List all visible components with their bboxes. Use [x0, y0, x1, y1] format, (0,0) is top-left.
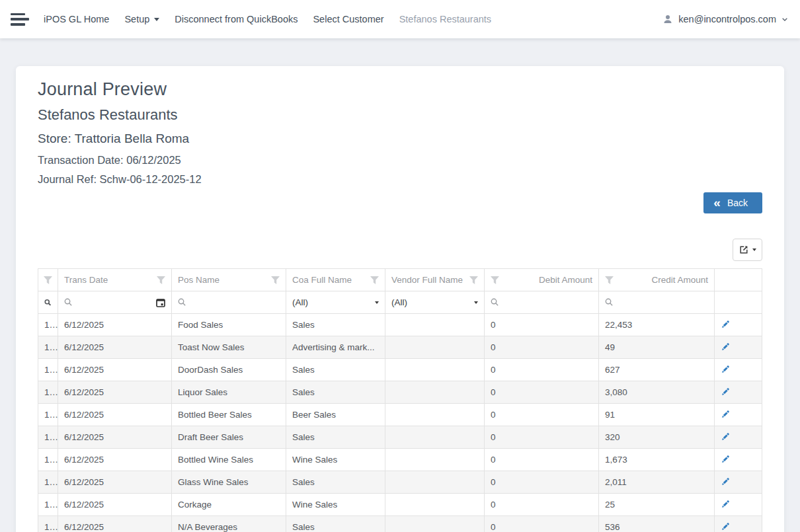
filter-trans-date-input[interactable] — [58, 291, 172, 314]
filter-credit-input[interactable] — [599, 291, 715, 314]
search-icon — [605, 298, 614, 307]
cell-credit: 3,080 — [599, 381, 715, 404]
cell-credit: 627 — [599, 359, 715, 381]
cell-vendor — [385, 359, 485, 381]
cell-credit: 2,011 — [599, 471, 715, 494]
filter-funnel-icon[interactable] — [370, 276, 379, 284]
nav-item-disconnect-quickbooks[interactable]: Disconnect from QuickBooks — [175, 14, 298, 24]
cell-trans-date: 6/12/2025 — [58, 449, 172, 471]
back-button[interactable]: « Back — [703, 192, 762, 213]
pencil-icon — [721, 387, 731, 397]
cell-pos-name: Liquor Sales — [172, 381, 286, 404]
cell-credit: 320 — [599, 426, 715, 449]
column-header-pos-name[interactable]: Pos Name — [172, 269, 286, 291]
cell-trans-date: 6/12/2025 — [58, 516, 172, 532]
nav-item-select-customer[interactable]: Select Customer — [313, 14, 383, 24]
filter-funnel-icon[interactable] — [157, 276, 165, 284]
journal-grid: Trans Date Pos Name Coa Full Name Vendor… — [38, 268, 762, 532]
pencil-icon — [721, 342, 731, 352]
search-icon — [491, 298, 499, 307]
cell-coa: Sales — [286, 426, 385, 449]
export-button-row — [38, 239, 762, 261]
edit-row-button[interactable] — [721, 432, 731, 441]
column-header-coa-full-name[interactable]: Coa Full Name — [286, 269, 385, 291]
export-button[interactable] — [733, 239, 762, 261]
cell-debit: 0 — [485, 426, 599, 449]
column-header-credit-amount[interactable]: Credit Amount — [599, 269, 715, 291]
filter-funnel-icon[interactable] — [271, 276, 280, 284]
filter-funnel-icon[interactable] — [469, 276, 478, 284]
table-row: 1... 6/12/2025 N/A Beverages Sales 0 536 — [38, 516, 762, 532]
filter-pos-name-input[interactable] — [172, 291, 286, 314]
nav-item-setup[interactable]: Setup — [124, 14, 159, 24]
search-icon — [178, 298, 186, 307]
row-id: 1... — [38, 359, 58, 381]
search-icon — [64, 298, 73, 307]
column-header-trans-date[interactable]: Trans Date — [58, 269, 172, 291]
person-icon — [662, 14, 673, 24]
pencil-icon — [721, 521, 731, 531]
cell-trans-date: 6/12/2025 — [58, 381, 172, 404]
cell-coa: Sales — [286, 381, 385, 404]
edit-row-button[interactable] — [721, 387, 731, 397]
row-id: 1... — [38, 449, 58, 471]
edit-row-button[interactable] — [721, 454, 731, 464]
chevron-down-icon — [474, 301, 478, 304]
cell-coa: Wine Sales — [286, 449, 385, 471]
cell-credit: 49 — [599, 336, 715, 359]
calendar-icon[interactable] — [156, 298, 165, 307]
indicator-column-header[interactable] — [38, 269, 58, 291]
cell-trans-date: 6/12/2025 — [58, 426, 172, 449]
cell-coa: Sales — [286, 359, 385, 381]
table-row: 1... 6/12/2025 Draft Beer Sales Sales 0 … — [38, 426, 762, 449]
cell-coa: Sales — [286, 516, 385, 532]
cell-vendor — [385, 404, 485, 426]
table-row: 1... 6/12/2025 Bottled Wine Sales Wine S… — [38, 449, 762, 471]
edit-row-button[interactable] — [721, 476, 731, 486]
edit-row-button[interactable] — [721, 409, 731, 419]
edit-row-button[interactable] — [721, 521, 731, 531]
row-id: 1... — [38, 404, 58, 426]
edit-row-button[interactable] — [721, 364, 731, 374]
row-id: 1... — [38, 426, 58, 449]
back-button-label: Back — [727, 198, 748, 208]
filter-funnel-icon[interactable] — [605, 276, 614, 284]
column-header-debit-amount[interactable]: Debit Amount — [485, 269, 599, 291]
column-header-vendor-full-name[interactable]: Vendor Full Name — [385, 269, 485, 291]
chevron-down-icon — [154, 18, 159, 21]
hamburger-menu-icon[interactable] — [11, 13, 29, 26]
row-id: 1... — [38, 494, 58, 516]
cell-credit: 25 — [599, 494, 715, 516]
filter-vendor-select[interactable]: (All) — [385, 291, 485, 314]
transaction-date: Transaction Date: 06/12/2025 — [38, 154, 762, 167]
cell-vendor — [385, 314, 485, 336]
nav-item-home[interactable]: iPOS GL Home — [44, 14, 109, 24]
table-row: 1... 6/12/2025 Food Sales Sales 0 22,453 — [38, 314, 762, 336]
cell-vendor — [385, 381, 485, 404]
cell-vendor — [385, 471, 485, 494]
filter-funnel-icon — [44, 276, 52, 284]
back-button-row: « Back — [38, 192, 762, 213]
filter-coa-select[interactable]: (All) — [286, 291, 385, 314]
cell-coa: Beer Sales — [286, 404, 385, 426]
cell-pos-name: Draft Beer Sales — [172, 426, 286, 449]
user-menu[interactable]: ken@incontrolpos.com — [662, 14, 788, 24]
table-row: 1... 6/12/2025 Glass Wine Sales Sales 0 … — [38, 471, 762, 494]
cell-vendor — [385, 516, 485, 532]
customer-name: Stefanos Restaurants — [38, 106, 762, 124]
filter-funnel-icon[interactable] — [491, 276, 499, 284]
filter-debit-input[interactable] — [485, 291, 599, 314]
cell-debit: 0 — [485, 404, 599, 426]
cell-debit: 0 — [485, 336, 599, 359]
table-row: 1... 6/12/2025 DoorDash Sales Sales 0 62… — [38, 359, 762, 381]
cell-vendor — [385, 449, 485, 471]
edit-row-button[interactable] — [721, 499, 731, 509]
edit-row-button[interactable] — [721, 342, 731, 352]
grid-header-row: Trans Date Pos Name Coa Full Name Vendor… — [38, 269, 762, 291]
cell-vendor — [385, 426, 485, 449]
cell-trans-date: 6/12/2025 — [58, 471, 172, 494]
pencil-icon — [721, 476, 731, 486]
cell-debit: 0 — [485, 381, 599, 404]
edit-row-button[interactable] — [721, 319, 731, 329]
top-navbar: iPOS GL Home Setup Disconnect from Quick… — [0, 0, 800, 38]
